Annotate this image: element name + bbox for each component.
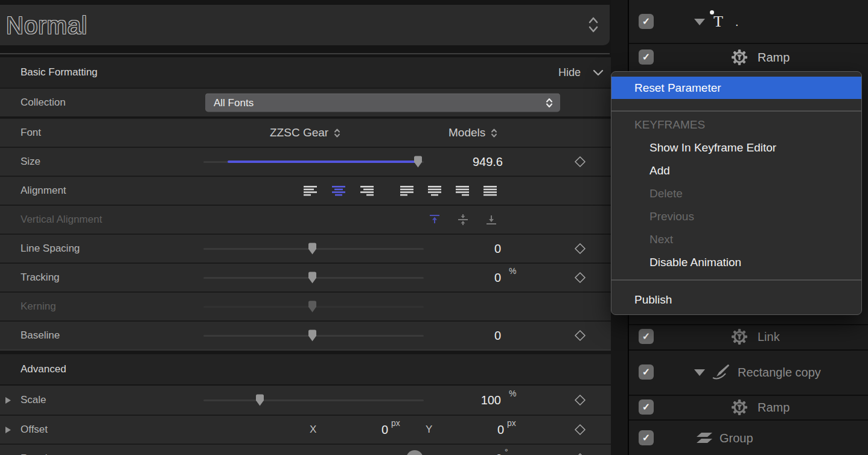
collection-value: All Fonts — [214, 97, 544, 109]
text-inspector-panel: Normal Basic Formatting Hide Collection … — [0, 0, 611, 455]
disclosure-triangle-icon[interactable] — [5, 396, 11, 404]
justify-last-center-icon[interactable] — [427, 185, 443, 196]
offset-y-value[interactable]: 0 — [478, 423, 504, 437]
rotation-value[interactable]: 0 — [476, 452, 502, 455]
tracking-label: Tracking — [21, 272, 60, 284]
align-left-icon[interactable] — [303, 185, 319, 196]
keyframe-diamond-icon[interactable] — [574, 394, 586, 406]
keyframe-diamond-icon[interactable] — [574, 243, 586, 255]
valign-bottom-icon[interactable] — [485, 214, 497, 225]
layer-checkbox[interactable]: ✓ — [639, 430, 654, 445]
group-layers-icon — [695, 432, 713, 444]
checkmark-icon: ✓ — [642, 16, 650, 27]
menu-separator — [611, 279, 861, 281]
menu-item-disable-animation[interactable]: Disable Animation — [611, 251, 861, 274]
filter-gear-icon — [730, 48, 748, 66]
disclosure-triangle-down-icon[interactable] — [694, 18, 706, 26]
justify-last-right-icon[interactable] — [455, 185, 471, 196]
keyframe-diamond-icon[interactable] — [574, 453, 586, 455]
tracking-slider-handle[interactable] — [308, 272, 317, 284]
keyframe-diamond-icon[interactable] — [574, 424, 586, 436]
baseline-slider-handle[interactable] — [308, 329, 317, 342]
checkmark-icon: ✓ — [642, 51, 650, 63]
layer-checkbox[interactable]: ✓ — [639, 399, 654, 415]
keyframe-diamond-icon[interactable] — [574, 329, 586, 342]
font-typeface-popup[interactable]: Models — [448, 126, 498, 139]
layer-name[interactable]: Group — [720, 431, 753, 445]
scale-slider-handle[interactable] — [255, 394, 264, 406]
keyframe-diamond-icon[interactable] — [574, 272, 586, 284]
menu-item-show-in-keyframe-editor[interactable]: Show In Keyframe Editor — [611, 136, 861, 159]
layer-checkbox[interactable]: ✓ — [639, 49, 654, 65]
hide-button[interactable]: Hide — [558, 66, 581, 79]
scale-value[interactable]: 100 — [481, 393, 501, 407]
menu-item-delete: Delete — [611, 182, 861, 205]
layer-name[interactable]: Rectangle copy — [738, 365, 821, 379]
valign-middle-icon[interactable] — [457, 214, 469, 225]
checkmark-icon: ✓ — [642, 331, 650, 342]
size-slider-handle[interactable] — [413, 156, 423, 168]
menu-keyframes-header: KEYFRAMES — [611, 113, 861, 136]
font-family-value: ZZSC Gear — [270, 126, 328, 139]
row-offset: Offset X 0 px Y 0 px — [0, 415, 611, 444]
layer-checkbox[interactable]: ✓ — [639, 364, 654, 380]
row-kerning: Kerning — [0, 291, 611, 320]
align-right-icon[interactable] — [360, 185, 375, 196]
row-collection: Collection All Fonts — [0, 88, 611, 116]
offset-x-label: X — [310, 424, 316, 436]
layer-row-filter[interactable]: ✓ Ramp — [629, 43, 868, 70]
line-spacing-value[interactable]: 0 — [494, 242, 501, 256]
layer-row-group[interactable]: ✓ Group — [629, 419, 868, 455]
row-font: Font ZZSC Gear Models — [0, 118, 611, 147]
tracking-unit: % — [509, 266, 516, 276]
section-divider — [0, 349, 611, 354]
rotation-dial[interactable] — [406, 450, 423, 455]
checkmark-icon: ✓ — [642, 366, 650, 378]
kerning-label: Kerning — [21, 301, 56, 313]
align-center-icon-active[interactable] — [331, 185, 347, 196]
alignment-label: Alignment — [21, 185, 66, 197]
justify-last-left-icon[interactable] — [400, 185, 415, 196]
scale-slider-track[interactable] — [203, 399, 424, 401]
layer-row-text[interactable]: ✓ T . — [629, 0, 868, 43]
disclosure-triangle-icon[interactable] — [5, 426, 11, 434]
collection-dropdown[interactable]: All Fonts — [205, 94, 560, 112]
text-style-preview-bar[interactable]: Normal — [0, 5, 610, 45]
offset-x-value[interactable]: 0 — [362, 423, 388, 437]
row-scale: Scale 100 % — [0, 386, 611, 415]
layer-row-filter[interactable]: ✓ Ramp — [629, 395, 868, 418]
menu-item-reset-parameter[interactable]: Reset Parameter — [611, 77, 861, 99]
justify-all-icon[interactable] — [483, 185, 499, 196]
menu-item-add[interactable]: Add — [611, 159, 861, 182]
layer-name[interactable]: . — [735, 14, 739, 28]
menu-item-next: Next — [611, 228, 861, 251]
layer-name[interactable]: Ramp — [758, 50, 790, 64]
row-vertical-alignment: Vertical Alignment — [0, 205, 611, 234]
checkmark-icon: ✓ — [642, 401, 650, 413]
disclosure-triangle-down-icon[interactable] — [694, 369, 706, 377]
layer-checkbox[interactable]: ✓ — [639, 14, 654, 29]
vertical-alignment-label: Vertical Alignment — [21, 214, 102, 226]
font-family-popup[interactable]: ZZSC Gear — [270, 126, 341, 139]
baseline-value[interactable]: 0 — [494, 329, 501, 343]
menu-item-publish[interactable]: Publish — [611, 288, 861, 311]
layer-row-filter[interactable]: ✓ Link — [629, 324, 868, 348]
chevron-down-icon[interactable] — [593, 69, 604, 76]
line-spacing-slider-handle[interactable] — [308, 243, 317, 255]
layer-name[interactable]: Ramp — [758, 400, 790, 414]
size-value[interactable]: 949.6 — [473, 155, 503, 169]
style-stepper-icon[interactable] — [588, 16, 599, 34]
keyframe-diamond-icon[interactable] — [574, 156, 586, 168]
row-line-spacing: Line Spacing 0 — [0, 234, 611, 262]
rotation-unit: ° — [505, 447, 508, 455]
layer-name[interactable]: Link — [758, 330, 780, 344]
valign-top-icon-active[interactable] — [429, 214, 441, 225]
layer-checkbox[interactable]: ✓ — [639, 329, 654, 344]
size-slider-fill — [228, 161, 416, 163]
filter-gear-icon — [730, 328, 748, 346]
layer-row-shape[interactable]: ✓ Rectangle copy — [629, 349, 868, 393]
popup-stepper-icon — [490, 128, 498, 138]
collection-label: Collection — [21, 97, 66, 109]
tracking-value[interactable]: 0 — [494, 271, 501, 285]
section-title: Advanced — [21, 363, 66, 375]
